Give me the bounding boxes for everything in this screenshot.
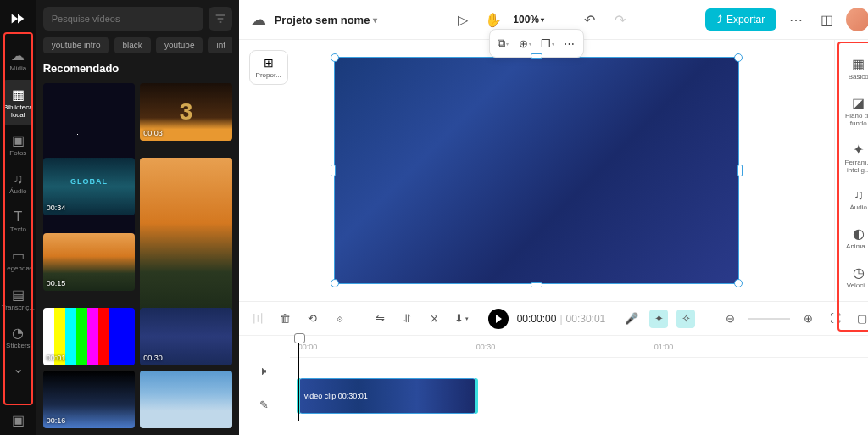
track-view-button[interactable]: ▢ — [853, 310, 868, 328]
tag-chip[interactable]: int — [208, 37, 231, 53]
more-tool-button[interactable]: ⋯ — [559, 33, 580, 53]
pointer-tool-button[interactable]: ▷ — [452, 8, 474, 31]
ai-button-2[interactable]: ✧ — [676, 310, 695, 328]
zoom-slider[interactable] — [748, 318, 790, 320]
resize-handle[interactable] — [531, 282, 542, 287]
crop-button[interactable]: ⟐ — [331, 310, 349, 328]
canvas-area[interactable]: ⊞ Propor... ⧉ ⊕ ❐ ⋯ — [239, 40, 835, 301]
sidebar-more-button[interactable]: ⌄ — [13, 360, 24, 376]
media-thumbnail[interactable] — [140, 371, 232, 428]
undo-button[interactable]: ↶ — [578, 8, 600, 31]
media-thumbnail[interactable]: 00:15 — [43, 233, 136, 291]
ai-button-1[interactable]: ✦ — [649, 310, 668, 328]
prop-background[interactable]: ◪ Plano de fundo — [835, 89, 868, 134]
mic-button[interactable]: 🎤 — [622, 310, 641, 328]
media-library-panel: youtube intro black youtube int Recomend… — [36, 0, 239, 435]
tag-chip[interactable]: youtube — [156, 37, 203, 53]
play-button[interactable] — [488, 309, 509, 329]
thumb-text: GLOBAL — [70, 177, 108, 186]
filter-button[interactable] — [209, 7, 232, 31]
timeline-ruler[interactable]: 00:00 00:30 01:00 — [290, 341, 868, 358]
download-dropdown[interactable]: ⬇ — [453, 310, 471, 328]
sidebar-settings-button[interactable]: ▣ — [12, 412, 25, 428]
project-name-dropdown[interactable]: Projeto sem nome — [275, 14, 378, 26]
mute-track-button[interactable]: 🕨 — [255, 361, 274, 380]
sidebar-item-stickers[interactable]: ◔ Stickers — [0, 318, 36, 357]
playhead[interactable] — [298, 336, 299, 421]
hand-tool-button[interactable]: ✋ — [482, 8, 504, 31]
sidebar-label: Transcriç... — [2, 304, 35, 312]
layers-tool-button[interactable]: ❐ — [537, 33, 558, 53]
sidebar-label: Biblioteca local — [3, 104, 33, 120]
clip-trim-handle-right[interactable] — [475, 378, 478, 414]
layout-toggle-button[interactable]: ◫ — [815, 8, 837, 31]
sidebar-item-captions[interactable]: ▭ Legendas — [0, 241, 36, 280]
crop-tool-button[interactable]: ⧉ — [493, 33, 514, 53]
duration-badge: 00:16 — [47, 416, 66, 425]
sidebar-item-audio[interactable]: ♫ Áudio — [0, 165, 36, 203]
zoom-in-button[interactable]: ⊕ — [798, 310, 817, 328]
video-track[interactable]: video clip 00:30:01 — [290, 378, 868, 414]
resize-handle[interactable] — [531, 53, 542, 59]
export-button[interactable]: ⤴ Exportar — [705, 8, 776, 31]
media-thumbnail[interactable]: 00:30 — [140, 308, 232, 365]
prop-audio[interactable]: ♫ Áudio — [835, 181, 868, 218]
sidebar-item-text[interactable]: T Texto — [0, 203, 36, 241]
prop-speed[interactable]: ◷ Veloci... — [835, 259, 868, 296]
media-thumbnail[interactable]: GLOBAL 00:34 — [43, 158, 136, 215]
zoom-dropdown[interactable]: 100% — [513, 14, 544, 25]
sidebar-label: Mídia — [10, 65, 27, 73]
prop-smart-tools[interactable]: ✦ Ferram... intelig... — [835, 136, 868, 181]
search-input[interactable] — [43, 7, 203, 31]
timeline-tracks[interactable]: 00:00 00:30 01:00 video clip 00:30:01 — [290, 336, 868, 435]
delete-button[interactable]: 🗑 — [276, 310, 295, 328]
redo-button[interactable]: ↷ — [609, 8, 631, 31]
prop-animation[interactable]: ◐ Anima... — [835, 220, 868, 257]
prop-basic[interactable]: ▦ Básico — [835, 50, 868, 87]
sidebar-item-media[interactable]: ☁ Mídia — [0, 41, 36, 80]
resize-handle[interactable] — [734, 53, 743, 62]
split-button[interactable]: 〣 — [249, 310, 268, 328]
media-thumbnail[interactable]: 00:01 — [43, 308, 136, 365]
sidebar-item-transcription[interactable]: ▤ Transcriç... — [0, 280, 36, 319]
zoom-out-button[interactable]: ⊖ — [721, 310, 739, 328]
video-clip[interactable]: video clip 00:30:01 — [298, 378, 476, 414]
add-tool-button[interactable]: ⊕ — [515, 33, 536, 53]
cloud-save-icon[interactable]: ☁ — [251, 10, 266, 29]
more-menu-button[interactable]: ⋯ — [785, 8, 807, 31]
media-thumbnail[interactable]: 00:16 — [43, 371, 136, 428]
resize-handle[interactable] — [734, 279, 743, 287]
resize-handle[interactable] — [331, 165, 336, 176]
mirror-v-button[interactable]: ⥯ — [398, 310, 417, 328]
resize-handle[interactable] — [331, 279, 339, 287]
video-canvas[interactable]: ⧉ ⊕ ❐ ⋯ — [334, 57, 739, 284]
media-grid[interactable]: 00:12 3 00:03 GLOBAL 00:34 00:15 00:01 0… — [43, 83, 232, 428]
resize-handle[interactable] — [737, 165, 743, 176]
user-avatar[interactable] — [846, 8, 868, 31]
sidebar-item-photos[interactable]: ▣ Fotos — [0, 125, 36, 165]
sticker-icon: ◔ — [12, 325, 24, 341]
speed-icon: ◷ — [853, 265, 865, 281]
media-thumbnail[interactable] — [140, 158, 232, 321]
filter-icon — [214, 12, 227, 25]
export-label: Exportar — [726, 14, 765, 25]
edit-track-button[interactable]: ✎ — [255, 395, 274, 414]
main-sidebar: ☁ Mídia ▦ Biblioteca local ▣ Fotos ♫ Áud… — [0, 0, 36, 435]
tag-chip[interactable]: black — [114, 37, 151, 53]
sidebar-label: Texto — [10, 226, 26, 234]
section-title: Recomendado — [43, 62, 232, 75]
app-logo[interactable] — [6, 7, 30, 31]
sidebar-item-library[interactable]: ▦ Biblioteca local — [3, 80, 33, 126]
rotate-button[interactable]: ⟲ — [303, 310, 322, 328]
media-thumbnail[interactable]: 3 00:03 — [140, 83, 232, 141]
sidebar-label: Stickers — [6, 343, 30, 350]
mirror-h-button[interactable]: ⇋ — [371, 310, 390, 328]
fit-button[interactable]: ⛶ — [826, 310, 844, 328]
timeline-toolbar: 〣 🗑 ⟲ ⟐ ⇋ ⥯ ⤨ ⬇ 00:00:00 | 00:30:01 🎤 ✦ … — [239, 302, 868, 336]
ruler-mark: 01:00 — [654, 343, 674, 351]
prop-label: Ferram... intelig... — [837, 159, 868, 175]
flip-button[interactable]: ⤨ — [426, 310, 444, 328]
resize-handle[interactable] — [331, 53, 339, 62]
aspect-ratio-button[interactable]: ⊞ Propor... — [249, 50, 288, 85]
tag-chip[interactable]: youtube intro — [43, 37, 109, 53]
